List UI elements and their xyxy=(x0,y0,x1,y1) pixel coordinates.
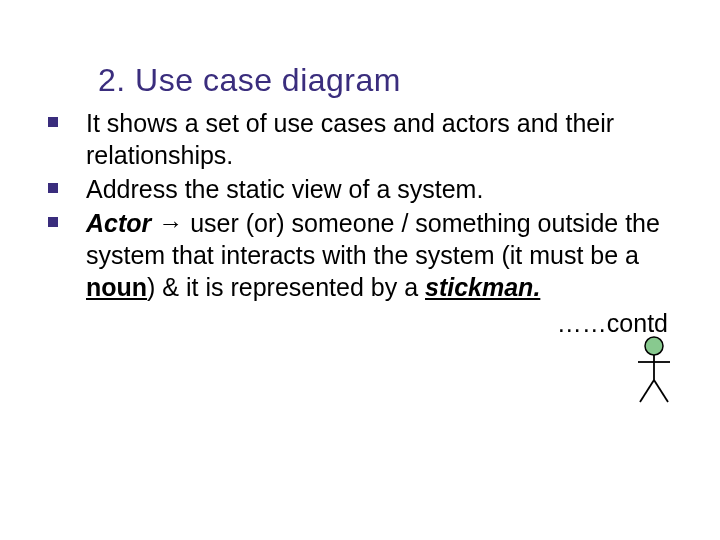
slide: 2. Use case diagram It shows a set of us… xyxy=(0,0,720,540)
square-bullet-icon xyxy=(48,117,58,127)
bullet-text: Address the static view of a system. xyxy=(86,173,680,205)
bullet-text: Actor → user (or) someone / something ou… xyxy=(86,207,680,303)
noun-term: noun xyxy=(86,273,147,301)
stickman-term: stickman. xyxy=(425,273,540,301)
definition-text: ) & it is represented by a xyxy=(147,273,425,301)
stickman-icon xyxy=(634,336,674,406)
svg-line-4 xyxy=(654,380,668,402)
slide-body: It shows a set of use cases and actors a… xyxy=(46,107,680,338)
square-bullet-icon xyxy=(48,183,58,193)
bullet-item: Address the static view of a system. xyxy=(46,173,680,205)
slide-title: 2. Use case diagram xyxy=(98,62,680,99)
bullet-text: It shows a set of use cases and actors a… xyxy=(86,107,680,171)
square-bullet-icon xyxy=(48,217,58,227)
bullet-item: It shows a set of use cases and actors a… xyxy=(46,107,680,171)
svg-point-0 xyxy=(645,337,663,355)
continued-label: ……contd xyxy=(46,309,668,338)
svg-line-3 xyxy=(640,380,654,402)
arrow-glyph: → xyxy=(151,209,190,237)
bullet-item: Actor → user (or) someone / something ou… xyxy=(46,207,680,303)
actor-term: Actor xyxy=(86,209,151,237)
